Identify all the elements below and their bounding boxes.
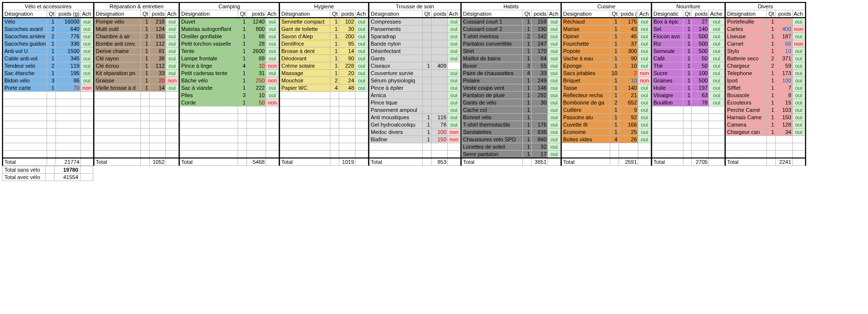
cell-poids[interactable]: 50 xyxy=(692,62,709,70)
cell-designation[interactable]: Papier WC xyxy=(280,84,330,92)
cell-poids[interactable]: 195 xyxy=(55,70,81,77)
cell-designation[interactable]: Medoc divers xyxy=(370,129,423,136)
cell-qt[interactable]: 1 xyxy=(767,121,776,129)
cell-qt[interactable] xyxy=(423,99,432,106)
cell-poids[interactable]: 371 xyxy=(775,55,792,62)
cell-poids[interactable]: 190 xyxy=(531,26,548,33)
cell-ach[interactable]: oui xyxy=(709,33,725,40)
cell-ach[interactable]: oui xyxy=(448,92,461,99)
cell-designation[interactable]: Massage xyxy=(280,70,330,77)
cell-qt[interactable]: 1 xyxy=(238,40,247,48)
cell-qt[interactable]: 1 xyxy=(683,70,692,77)
cell-ach[interactable]: oui xyxy=(266,84,279,92)
cell-qt[interactable]: 1 xyxy=(683,84,692,92)
cell-designation[interactable]: Cuvette 8l xyxy=(562,121,610,129)
cell-designation[interactable]: Marise xyxy=(562,26,610,33)
cell-ach[interactable]: oui xyxy=(355,70,368,77)
cell-ach[interactable]: non xyxy=(448,129,461,136)
cell-ach[interactable]: oui xyxy=(355,77,368,84)
cell-poids[interactable]: 100 xyxy=(775,77,792,84)
cell-designation[interactable]: Cartes xyxy=(726,26,767,33)
cell-poids[interactable]: 17 xyxy=(531,151,548,158)
cell-designation[interactable]: Pantalon convertible xyxy=(462,40,523,48)
cell-ach[interactable]: oui xyxy=(548,70,561,77)
cell-poids[interactable] xyxy=(431,77,448,84)
cell-qt[interactable]: 1 xyxy=(683,55,692,62)
cell-qt[interactable]: 1 xyxy=(141,26,150,33)
cell-designation[interactable]: Ciseaux xyxy=(370,62,423,70)
cell-designation[interactable]: Sparadrap xyxy=(370,33,423,40)
cell-designation[interactable]: Graines xyxy=(652,77,683,84)
cell-poids[interactable] xyxy=(431,106,448,114)
cell-designation[interactable]: Chargeur can xyxy=(726,129,767,136)
cell-ach[interactable]: oui xyxy=(548,92,561,99)
cell-poids[interactable]: 31 xyxy=(247,70,266,77)
cell-ach[interactable]: oui xyxy=(81,26,93,33)
cell-designation[interactable]: Thé xyxy=(652,62,683,70)
cell-qt[interactable]: 1 xyxy=(330,48,339,55)
cell-poids[interactable]: 28 xyxy=(247,40,266,48)
cell-designation[interactable]: Anti-vol U xyxy=(3,48,47,55)
cell-ach[interactable]: oui xyxy=(355,84,368,92)
cell-poids[interactable] xyxy=(431,40,448,48)
cell-poids[interactable]: 500 xyxy=(692,33,709,40)
cell-poids[interactable]: 800 xyxy=(247,26,266,33)
cell-ach[interactable]: oui xyxy=(266,55,279,62)
cell-ach[interactable]: oui xyxy=(638,26,651,33)
cell-ach[interactable]: oui xyxy=(266,33,279,40)
cell-ach[interactable]: oui xyxy=(266,92,279,99)
cell-qt[interactable]: 1 xyxy=(767,40,776,48)
cell-qt[interactable]: 3 xyxy=(47,77,55,84)
cell-ach[interactable]: oui xyxy=(166,18,179,26)
cell-poids[interactable]: 197 xyxy=(692,84,709,92)
cell-designation[interactable]: Popote xyxy=(562,48,610,55)
cell-designation[interactable]: Pansement ampoul xyxy=(370,106,423,114)
cell-designation[interactable]: Gel hydroalcooliqu xyxy=(370,121,423,129)
cell-ach[interactable]: oui xyxy=(709,99,725,106)
cell-designation[interactable]: Arnica xyxy=(370,92,423,99)
cell-ach[interactable]: oui xyxy=(448,99,461,106)
cell-designation[interactable]: Cache col xyxy=(462,106,523,114)
cell-poids[interactable]: 128 xyxy=(775,121,792,129)
cell-qt[interactable] xyxy=(423,70,432,77)
cell-qt[interactable]: 1 xyxy=(423,129,432,136)
cell-ach[interactable]: oui xyxy=(266,48,279,55)
cell-ach[interactable]: oui xyxy=(548,129,561,136)
cell-poids[interactable]: 10 xyxy=(247,62,266,70)
cell-qt[interactable]: 1 xyxy=(522,77,531,84)
cell-designation[interactable]: Huile xyxy=(652,84,683,92)
cell-qt[interactable]: 1 xyxy=(610,62,619,70)
cell-ach[interactable]: oui xyxy=(792,84,805,92)
cell-poids[interactable]: 33 xyxy=(531,70,548,77)
cell-ach[interactable]: oui xyxy=(166,84,179,92)
cell-designation[interactable]: Multi outil xyxy=(95,26,141,33)
cell-designation[interactable]: Serviette compact xyxy=(280,18,330,26)
cell-qt[interactable]: 1 xyxy=(47,70,55,77)
cell-qt[interactable]: 2 xyxy=(767,55,776,62)
cell-poids[interactable]: 103 xyxy=(775,106,792,114)
cell-qt[interactable] xyxy=(423,40,432,48)
cell-qt[interactable]: 1 xyxy=(141,55,150,62)
cell-ach[interactable]: oui xyxy=(548,151,561,158)
cell-qt[interactable]: 1 xyxy=(610,84,619,92)
cell-ach[interactable]: oui xyxy=(448,26,461,33)
cell-designation[interactable]: Petit cadenas tente xyxy=(180,70,238,77)
cell-ach[interactable]: oui xyxy=(448,84,461,92)
cell-poids[interactable]: 24 xyxy=(339,77,355,84)
cell-designation[interactable]: Sifflet xyxy=(726,84,767,92)
cell-qt[interactable]: 1 xyxy=(683,33,692,40)
cell-ach[interactable]: oui xyxy=(448,70,461,77)
cell-qt[interactable]: 1 xyxy=(767,77,776,84)
cell-qt[interactable]: 1 xyxy=(767,70,776,77)
cell-qt[interactable]: 1 xyxy=(767,114,776,121)
cell-ach[interactable]: oui xyxy=(266,40,279,48)
cell-qt[interactable]: 1 xyxy=(767,18,776,26)
cell-ach[interactable]: oui xyxy=(81,62,93,70)
cell-designation[interactable]: Mouchoir xyxy=(280,77,330,84)
cell-ach[interactable]: oui xyxy=(792,129,805,136)
cell-poids[interactable]: 43 xyxy=(619,26,638,33)
cell-designation[interactable]: Ipod xyxy=(726,77,767,84)
cell-qt[interactable] xyxy=(423,106,432,114)
cell-qt[interactable]: 1 xyxy=(330,18,339,26)
cell-poids[interactable]: 218 xyxy=(149,18,165,26)
